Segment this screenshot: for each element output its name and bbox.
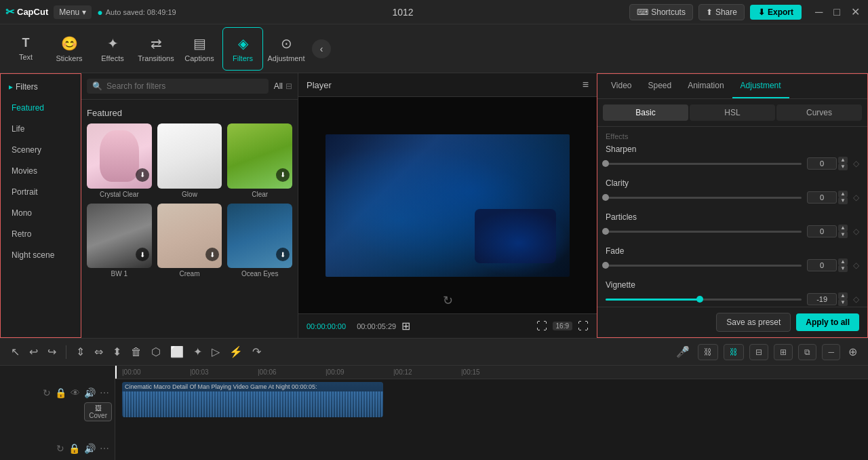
sharpen-value[interactable] bbox=[807, 157, 837, 170]
tl-undo-button[interactable]: ↩ bbox=[26, 343, 41, 361]
minimize-button[interactable]: ─ bbox=[812, 5, 825, 18]
filter-download-clear[interactable]: ⬇ bbox=[276, 168, 290, 182]
filter-card-cream[interactable]: ⬇ Cream bbox=[157, 204, 222, 278]
tl-video-lock-icon[interactable]: 🔒 bbox=[55, 387, 66, 398]
tl-cursor-button[interactable]: ↖ bbox=[8, 343, 22, 361]
tl-rotate-button[interactable]: ↷ bbox=[250, 343, 264, 361]
sidebar-item-portrait[interactable]: Portrait bbox=[3, 182, 78, 202]
sharpen-keyframe-icon[interactable]: ◇ bbox=[853, 159, 859, 168]
particles-value[interactable] bbox=[807, 225, 837, 237]
subtab-hsl[interactable]: HSL bbox=[690, 104, 775, 121]
tl-redo-button[interactable]: ↪ bbox=[45, 343, 59, 361]
tl-audio-link-button[interactable]: ⛓ bbox=[724, 344, 744, 360]
tl-duplicate-button[interactable]: ⬜ bbox=[167, 343, 186, 361]
fade-value[interactable] bbox=[807, 259, 837, 271]
tl-cover-button[interactable]: 🖼 Cover bbox=[84, 402, 112, 421]
filter-all-button[interactable]: All ⊟ bbox=[274, 81, 292, 91]
tl-microphone-button[interactable]: 🎤 bbox=[673, 343, 692, 361]
tl-speed2-button[interactable]: ⚡ bbox=[226, 343, 245, 361]
tl-link-button[interactable]: ⛓ bbox=[698, 344, 718, 360]
tl-split2-button[interactable]: ⊞ bbox=[774, 344, 793, 360]
subtab-curves[interactable]: Curves bbox=[776, 104, 862, 121]
filter-card-ocean-eyes[interactable]: ⬇ Ocean Eyes bbox=[227, 204, 292, 278]
particles-slider[interactable] bbox=[606, 231, 802, 233]
tl-crop-button[interactable]: ⇔ bbox=[92, 343, 106, 361]
tool-text[interactable]: T Text bbox=[5, 27, 46, 71]
tool-captions[interactable]: ▤ Captions bbox=[179, 27, 220, 71]
tab-animation[interactable]: Animation bbox=[679, 74, 732, 98]
sharpen-step-up[interactable]: ▲ bbox=[838, 157, 848, 164]
tab-speed[interactable]: Speed bbox=[639, 74, 679, 98]
tl-copy-button[interactable]: ⧉ bbox=[798, 344, 816, 360]
tl-split-button[interactable]: ⇕ bbox=[73, 343, 87, 361]
tl-delete-button[interactable]: 🗑 bbox=[128, 343, 144, 361]
fade-slider[interactable] bbox=[606, 265, 802, 267]
sidebar-item-night-scene[interactable]: Night scene bbox=[3, 245, 78, 265]
vignette-value[interactable] bbox=[807, 293, 837, 305]
sharpen-slider[interactable] bbox=[606, 163, 802, 165]
player-fullscreen-button[interactable]: ⛶ bbox=[578, 320, 589, 332]
tl-scale-button[interactable]: ⬍ bbox=[110, 343, 124, 361]
particles-step-up[interactable]: ▲ bbox=[838, 225, 848, 231]
filter-download-bw1[interactable]: ⬇ bbox=[136, 248, 149, 261]
sidebar-item-life[interactable]: Life bbox=[3, 119, 78, 139]
player-zoom-button[interactable]: ⛶ bbox=[536, 320, 547, 332]
clarity-step-down[interactable]: ▼ bbox=[838, 197, 848, 204]
clarity-keyframe-icon[interactable]: ◇ bbox=[853, 193, 859, 202]
subtab-basic[interactable]: Basic bbox=[603, 104, 688, 121]
tl-audio-more-icon[interactable]: ⋯ bbox=[100, 443, 109, 454]
fade-step-up[interactable]: ▲ bbox=[838, 258, 848, 265]
sidebar-item-movies[interactable]: Movies bbox=[3, 161, 78, 181]
tl-video-volume-icon[interactable]: 🔊 bbox=[84, 387, 96, 398]
tl-effects2-button[interactable]: ✦ bbox=[191, 343, 205, 361]
tl-add-button[interactable]: ⊕ bbox=[846, 343, 860, 361]
clarity-step-up[interactable]: ▲ bbox=[838, 191, 848, 197]
sidebar-item-mono[interactable]: Mono bbox=[3, 203, 78, 223]
fade-keyframe-icon[interactable]: ◇ bbox=[853, 261, 859, 270]
tool-filters[interactable]: ◈ Filters bbox=[222, 27, 263, 71]
filter-card-clear[interactable]: ⬇ Clear bbox=[227, 123, 292, 198]
tl-clip-video[interactable]: Cinematic Macro Detail Of Man Playing Vi… bbox=[122, 382, 383, 417]
tl-video-more-icon[interactable]: ⋯ bbox=[100, 387, 109, 398]
tl-merge-button[interactable]: ⊟ bbox=[749, 344, 768, 360]
share-button[interactable]: ⬆ Share bbox=[698, 4, 745, 20]
close-button[interactable]: ✕ bbox=[848, 5, 863, 18]
particles-keyframe-icon[interactable]: ◇ bbox=[853, 227, 859, 236]
tl-audio-volume-icon[interactable]: 🔊 bbox=[84, 443, 96, 454]
clarity-value[interactable] bbox=[807, 191, 837, 204]
tl-audio-rotate-icon[interactable]: ↻ bbox=[56, 443, 64, 454]
tl-video-rotate-icon[interactable]: ↻ bbox=[43, 387, 51, 398]
tab-video[interactable]: Video bbox=[603, 74, 639, 98]
save-preset-button[interactable]: Save as preset bbox=[716, 313, 791, 332]
search-input[interactable] bbox=[106, 81, 263, 91]
vignette-step-up[interactable]: ▲ bbox=[838, 292, 848, 299]
maximize-button[interactable]: □ bbox=[831, 5, 843, 18]
export-button[interactable]: ⬇ Export bbox=[750, 5, 802, 20]
particles-step-down[interactable]: ▼ bbox=[838, 231, 848, 238]
player-menu-button[interactable]: ≡ bbox=[583, 79, 589, 91]
fade-step-down[interactable]: ▼ bbox=[838, 265, 848, 272]
player-aspect-ratio[interactable]: 16:9 bbox=[553, 322, 572, 330]
tool-effects[interactable]: ✦ Effects bbox=[92, 27, 133, 71]
sidebar-item-scenery[interactable]: Scenery bbox=[3, 140, 78, 160]
tool-stickers[interactable]: 😊 Stickers bbox=[49, 27, 90, 71]
tab-adjustment[interactable]: Adjustment bbox=[732, 74, 789, 98]
vignette-slider[interactable] bbox=[606, 299, 802, 301]
player-settings-button[interactable]: ⊞ bbox=[401, 320, 410, 332]
tl-play-button[interactable]: ▷ bbox=[209, 343, 222, 361]
sidebar-item-retro[interactable]: Retro bbox=[3, 224, 78, 244]
tool-transitions[interactable]: ⇄ Transitions bbox=[136, 27, 176, 71]
filter-card-bw1[interactable]: ⬇ BW 1 bbox=[87, 204, 152, 278]
vignette-keyframe-icon[interactable]: ◇ bbox=[853, 294, 859, 304]
filter-card-crystal-clear[interactable]: ⬇ Crystal Clear bbox=[87, 123, 152, 198]
vignette-step-down[interactable]: ▼ bbox=[838, 299, 848, 306]
filter-card-glow[interactable]: Glow bbox=[157, 123, 222, 198]
sharpen-step-down[interactable]: ▼ bbox=[838, 164, 848, 170]
tl-minus-button[interactable]: ─ bbox=[822, 344, 840, 360]
apply-all-button[interactable]: Apply to all bbox=[796, 313, 859, 331]
tl-video-eye-icon[interactable]: 👁 bbox=[71, 387, 80, 398]
tl-playhead[interactable] bbox=[115, 366, 117, 379]
shortcuts-button[interactable]: ⌨ Shortcuts bbox=[629, 4, 693, 20]
toolbar-collapse-button[interactable]: ‹ bbox=[312, 39, 331, 58]
tl-mask-button[interactable]: ⬡ bbox=[149, 343, 163, 361]
